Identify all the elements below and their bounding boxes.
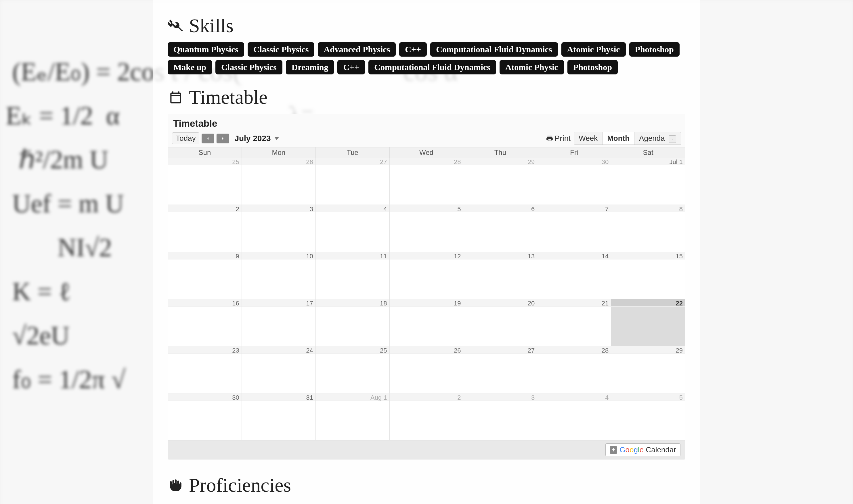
calendar-day-cell[interactable]: 13 <box>463 252 537 299</box>
view-tab-agenda[interactable]: Agenda <box>634 132 681 145</box>
calendar-day-cell[interactable]: Jul 1 <box>611 158 685 205</box>
day-header: Tue <box>316 147 390 158</box>
day-number: 4 <box>537 393 611 401</box>
calendar-day-cell[interactable]: 25 <box>316 346 390 393</box>
calendar-day-cell[interactable]: 8 <box>611 205 685 252</box>
calendar-day-cell[interactable]: 14 <box>537 252 611 299</box>
calendar-toolbar-right: Print Week Month Agenda <box>546 132 681 145</box>
calendar-toolbar-left: Today July 2023 <box>172 132 279 144</box>
calendar-day-cell[interactable]: 2 <box>390 393 464 440</box>
calendar-day-headers: SunMonTueWedThuFriSat <box>168 147 685 158</box>
day-number: 3 <box>242 205 315 212</box>
day-number: 14 <box>537 252 611 259</box>
chevron-down-icon <box>274 137 279 140</box>
calendar-day-cell[interactable]: 26 <box>242 158 316 205</box>
day-number: 31 <box>242 393 315 401</box>
calendar-week-row: 252627282930Jul 1 <box>168 158 685 205</box>
next-month-button[interactable] <box>216 133 229 143</box>
calendar-day-cell[interactable]: 31 <box>242 393 316 440</box>
calendar-day-cell[interactable]: 5 <box>611 393 685 440</box>
calendar-day-cell[interactable]: 26 <box>390 346 464 393</box>
skill-tag: Computational Fluid Dynamics <box>430 42 558 57</box>
print-button[interactable]: Print <box>546 134 571 143</box>
day-number: 19 <box>390 299 463 307</box>
skill-tag: C++ <box>337 60 365 74</box>
plus-icon: + <box>610 446 617 454</box>
calendar-day-cell[interactable]: 18 <box>316 299 390 346</box>
view-tabs: Week Month Agenda <box>574 132 681 145</box>
content-panel: Skills Quantum PhysicsClassic PhysicsAdv… <box>153 0 700 504</box>
calendar-day-cell[interactable]: 27 <box>316 158 390 205</box>
calendar-day-cell[interactable]: 2 <box>168 205 242 252</box>
calendar-week-row: 2345678 <box>168 205 685 252</box>
calendar-day-cell[interactable]: 5 <box>390 205 464 252</box>
day-header: Wed <box>390 147 464 158</box>
calendar-day-cell[interactable]: 19 <box>390 299 464 346</box>
timetable-header: Timetable <box>168 86 685 109</box>
add-to-google-calendar-button[interactable]: + Google Calendar <box>605 443 680 456</box>
today-button[interactable]: Today <box>172 132 199 144</box>
skills-header: Skills <box>168 14 685 37</box>
day-header: Sun <box>168 147 242 158</box>
skill-tag: Dreaming <box>286 60 334 74</box>
day-number: 26 <box>390 346 463 354</box>
calendar-day-cell[interactable]: 9 <box>168 252 242 299</box>
calendar-day-cell[interactable]: 16 <box>168 299 242 346</box>
skill-tag: Photoshop <box>568 60 618 74</box>
proficiencies-title: Proficiencies <box>189 474 291 497</box>
calendar-day-cell[interactable]: 25 <box>168 158 242 205</box>
calendar-day-cell[interactable]: 3 <box>463 393 537 440</box>
view-tab-week[interactable]: Week <box>574 132 603 145</box>
calendar-day-cell[interactable]: 7 <box>537 205 611 252</box>
calendar-day-cell[interactable]: 27 <box>463 346 537 393</box>
day-number: 23 <box>168 346 242 354</box>
calendar-day-cell[interactable]: 22 <box>611 299 685 346</box>
day-number: 30 <box>537 158 611 165</box>
view-tab-month[interactable]: Month <box>603 132 634 145</box>
skills-tag-list: Quantum PhysicsClassic PhysicsAdvanced P… <box>168 42 685 74</box>
current-month-label: July 2023 <box>234 134 271 143</box>
day-number: 15 <box>611 252 685 259</box>
calendar-day-cell[interactable]: 24 <box>242 346 316 393</box>
calendar-day-cell[interactable]: 29 <box>611 346 685 393</box>
calendar-icon <box>168 89 184 106</box>
calendar-day-cell[interactable]: 28 <box>537 346 611 393</box>
skill-tag: Quantum Physics <box>168 42 244 57</box>
calendar-day-cell[interactable]: 15 <box>611 252 685 299</box>
calendar-day-cell[interactable]: 28 <box>390 158 464 205</box>
calendar-week-row: 3031Aug 12345 <box>168 393 685 440</box>
day-number: 30 <box>168 393 242 401</box>
day-number: 2 <box>168 205 242 212</box>
skill-tag: Classic Physics <box>248 42 315 57</box>
calendar-day-cell[interactable]: 3 <box>242 205 316 252</box>
calendar-day-cell[interactable]: Aug 1 <box>316 393 390 440</box>
day-number: 12 <box>390 252 463 259</box>
calendar-day-cell[interactable]: 30 <box>537 158 611 205</box>
prev-month-button[interactable] <box>202 133 214 143</box>
skill-tag: Atomic Physic <box>561 42 626 57</box>
calendar-day-cell[interactable]: 10 <box>242 252 316 299</box>
calendar-day-cell[interactable]: 21 <box>537 299 611 346</box>
agenda-label: Agenda <box>639 134 665 143</box>
day-number: 20 <box>463 299 537 307</box>
day-number: 28 <box>537 346 611 354</box>
calendar-footer: + Google Calendar <box>168 440 685 459</box>
skill-tag: Make up <box>168 60 212 74</box>
calendar-day-cell[interactable]: 20 <box>463 299 537 346</box>
day-number: 25 <box>316 346 389 354</box>
skill-tag: Classic Physics <box>215 60 282 74</box>
calendar-day-cell[interactable]: 4 <box>537 393 611 440</box>
calendar-day-cell[interactable]: 6 <box>463 205 537 252</box>
day-number: 2 <box>390 393 463 401</box>
calendar-day-cell[interactable]: 23 <box>168 346 242 393</box>
calendar-day-cell[interactable]: 4 <box>316 205 390 252</box>
calendar-day-cell[interactable]: 12 <box>390 252 464 299</box>
calendar-day-cell[interactable]: 11 <box>316 252 390 299</box>
calendar-day-cell[interactable]: 30 <box>168 393 242 440</box>
calendar-day-cell[interactable]: 29 <box>463 158 537 205</box>
calendar-week-row: 16171819202122 <box>168 299 685 346</box>
chevron-down-icon <box>669 135 676 143</box>
tools-icon <box>168 18 184 34</box>
month-selector[interactable]: July 2023 <box>234 134 279 143</box>
calendar-day-cell[interactable]: 17 <box>242 299 316 346</box>
